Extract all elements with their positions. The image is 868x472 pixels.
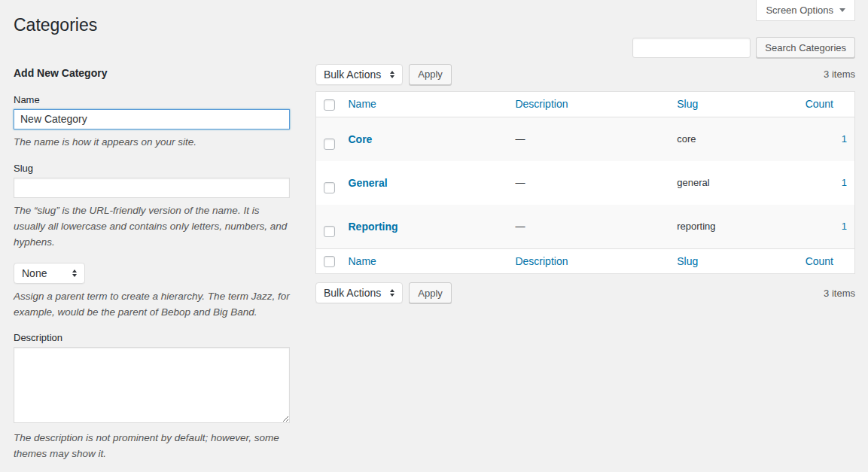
slug-help-text: The “slug” is the URL-friendly version o… [14,203,290,251]
slug-input[interactable] [14,178,290,198]
description-label: Description [14,332,290,343]
parent-help-text: Assign a parent term to create a hierarc… [14,289,290,321]
category-description: — [507,117,669,161]
items-count: 3 items [824,288,855,299]
category-slug: reporting [669,205,782,249]
description-textarea[interactable] [14,347,290,423]
tablenav-bottom: Bulk Actions Apply 3 items [315,282,855,303]
row-checkbox[interactable] [324,182,335,193]
parent-category-select[interactable]: None [14,263,85,284]
column-header-count[interactable]: Count [806,98,833,110]
category-count-link[interactable]: 1 [842,177,847,188]
category-name-link[interactable]: General [349,177,388,189]
add-category-form: Add New Category Name The name is how it… [14,64,290,472]
screen-options-button[interactable]: Screen Options [756,0,855,21]
select-all-checkbox[interactable] [324,99,335,111]
screen-options-label: Screen Options [766,5,833,16]
row-checkbox[interactable] [324,139,335,150]
table-row: General — general 1 [316,161,855,205]
column-header-description[interactable]: Description [515,255,568,267]
items-count: 3 items [824,69,855,80]
select-arrows-icon [390,71,394,78]
search-categories-button[interactable]: Search Categories [756,37,855,58]
column-header-count[interactable]: Count [806,255,833,267]
select-all-checkbox[interactable] [324,256,335,267]
category-slug: core [669,117,782,161]
slug-label: Slug [14,163,290,174]
category-slug: general [669,161,782,205]
select-arrows-icon [72,269,77,277]
name-help-text: The name is how it appears on your site. [14,135,290,151]
search-input[interactable] [632,38,751,58]
row-checkbox[interactable] [324,226,335,237]
column-header-slug[interactable]: Slug [677,98,698,110]
bulk-actions-value: Bulk Actions [324,287,381,299]
column-header-name[interactable]: Name [349,98,376,110]
apply-button[interactable]: Apply [409,282,452,303]
category-count-link[interactable]: 1 [842,133,847,145]
tablenav-top: Bulk Actions Apply 3 items [315,64,855,85]
categories-list-section: Bulk Actions Apply 3 items Name Descrip [315,64,855,304]
form-heading: Add New Category [14,67,290,79]
column-header-name[interactable]: Name [349,255,376,267]
table-row: Reporting — reporting 1 [316,205,855,249]
category-name-link[interactable]: Reporting [349,221,398,233]
chevron-down-icon [839,8,845,12]
select-arrows-icon [390,289,394,297]
name-input[interactable] [14,109,290,129]
category-count-link[interactable]: 1 [842,221,847,232]
category-name-link[interactable]: Core [349,133,373,145]
search-box: Search Categories [632,37,855,58]
description-help-text: The description is not prominent by defa… [14,431,290,462]
bulk-actions-select[interactable]: Bulk Actions [315,282,403,303]
categories-admin-page: Screen Options Categories Search Categor… [0,0,868,472]
bulk-actions-value: Bulk Actions [324,69,381,81]
column-header-description[interactable]: Description [515,98,568,110]
apply-button[interactable]: Apply [409,64,452,85]
table-row: Core — core 1 [316,117,855,161]
column-header-slug[interactable]: Slug [677,255,698,267]
parent-select-value: None [22,267,47,279]
category-description: — [507,161,669,205]
page-title: Categories [0,0,868,37]
category-description: — [507,205,669,249]
name-label: Name [14,94,290,105]
bulk-actions-select[interactable]: Bulk Actions [315,64,403,85]
categories-table: Name Description Slug Count Core — core … [315,91,855,275]
